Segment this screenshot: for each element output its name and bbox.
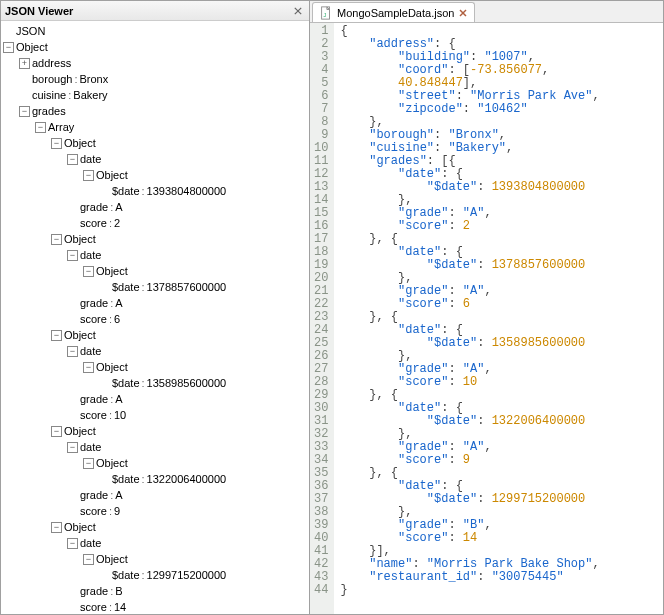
- collapse-icon[interactable]: −: [35, 122, 46, 133]
- toggle-spacer: [67, 602, 78, 613]
- tree-node[interactable]: −Object: [51, 231, 309, 247]
- tree-node-label: date: [80, 151, 101, 167]
- tree-node[interactable]: score:6: [67, 311, 309, 327]
- collapse-icon[interactable]: −: [67, 154, 78, 165]
- code-content[interactable]: { "address": { "building": "1007", "coor…: [334, 23, 599, 614]
- tree-node[interactable]: score:14: [67, 599, 309, 614]
- collapse-icon[interactable]: −: [67, 442, 78, 453]
- tree-node[interactable]: +address: [19, 55, 309, 71]
- tree-node[interactable]: grade:A: [67, 391, 309, 407]
- code-line[interactable]: "restaurant_id": "30075445": [340, 571, 599, 584]
- tree-node-label: Object: [96, 455, 128, 471]
- editor-tab[interactable]: J MongoSampleData.json: [312, 2, 475, 22]
- tree-node[interactable]: −Object: [51, 135, 309, 151]
- file-json-icon: J: [319, 6, 333, 20]
- collapse-icon[interactable]: −: [51, 234, 62, 245]
- tree-node[interactable]: score:9: [67, 503, 309, 519]
- tree-node[interactable]: −date: [67, 535, 309, 551]
- tree-node[interactable]: −Object: [83, 551, 309, 567]
- tree-node[interactable]: grade:A: [67, 295, 309, 311]
- tree-node[interactable]: cuisine:Bakery: [19, 87, 309, 103]
- tree-node[interactable]: −Object: [51, 327, 309, 343]
- tree-node[interactable]: $date:1299715200000: [99, 567, 309, 583]
- collapse-icon[interactable]: −: [51, 426, 62, 437]
- collapse-icon[interactable]: −: [67, 250, 78, 261]
- json-tree[interactable]: JSON−Object+addressborough:Bronxcuisine:…: [1, 21, 309, 614]
- tree-node-label: grade:A: [80, 199, 123, 215]
- collapse-icon[interactable]: −: [83, 266, 94, 277]
- toggle-spacer: [99, 378, 110, 389]
- collapse-icon[interactable]: −: [67, 346, 78, 357]
- toggle-spacer: [67, 314, 78, 325]
- collapse-icon[interactable]: −: [67, 538, 78, 549]
- tree-node-label: Object: [16, 39, 48, 55]
- collapse-icon[interactable]: −: [83, 362, 94, 373]
- code-editor[interactable]: 1234567891011121314151617181920212223242…: [310, 23, 663, 614]
- collapse-icon[interactable]: −: [83, 458, 94, 469]
- collapse-icon[interactable]: −: [83, 554, 94, 565]
- toggle-spacer: [67, 586, 78, 597]
- toggle-spacer: [19, 74, 30, 85]
- tree-node-label: Object: [96, 551, 128, 567]
- tree-node[interactable]: −Object: [83, 359, 309, 375]
- tree-node[interactable]: −date: [67, 439, 309, 455]
- tree-node-label: $date:1322006400000: [112, 471, 226, 487]
- tree-node[interactable]: grade:B: [67, 583, 309, 599]
- tab-label: MongoSampleData.json: [337, 7, 454, 19]
- tree-node[interactable]: −Object: [51, 423, 309, 439]
- collapse-icon[interactable]: −: [3, 42, 14, 53]
- tree-node[interactable]: $date:1393804800000: [99, 183, 309, 199]
- tree-node[interactable]: −date: [67, 247, 309, 263]
- tree-node-label: Object: [64, 423, 96, 439]
- collapse-icon[interactable]: −: [51, 330, 62, 341]
- tree-node[interactable]: $date:1322006400000: [99, 471, 309, 487]
- tree-node-label: grade:A: [80, 487, 123, 503]
- tree-node-label: cuisine:Bakery: [32, 87, 108, 103]
- tree-node[interactable]: −Object: [51, 519, 309, 535]
- tree-node[interactable]: score:2: [67, 215, 309, 231]
- collapse-icon[interactable]: −: [51, 522, 62, 533]
- svg-text:J: J: [323, 12, 326, 18]
- json-viewer-header: JSON Viewer: [1, 1, 309, 21]
- tree-node-label: date: [80, 343, 101, 359]
- tree-node[interactable]: −grades: [19, 103, 309, 119]
- toggle-spacer: [99, 282, 110, 293]
- tree-node[interactable]: borough:Bronx: [19, 71, 309, 87]
- tree-node[interactable]: −date: [67, 343, 309, 359]
- tree-node-label: score:2: [80, 215, 120, 231]
- collapse-icon[interactable]: −: [51, 138, 62, 149]
- tree-node[interactable]: −Object: [3, 39, 309, 55]
- panel-close-button[interactable]: [291, 4, 305, 18]
- tree-node[interactable]: grade:A: [67, 487, 309, 503]
- tree-node[interactable]: −Array: [35, 119, 309, 135]
- line-number: 44: [314, 584, 328, 597]
- tree-node[interactable]: −Object: [83, 263, 309, 279]
- tree-node-label: grades: [32, 103, 66, 119]
- tree-node-label: date: [80, 247, 101, 263]
- tree-node-label: $date:1393804800000: [112, 183, 226, 199]
- toggle-spacer: [99, 474, 110, 485]
- tree-node[interactable]: $date:1378857600000: [99, 279, 309, 295]
- tab-close-icon[interactable]: [458, 8, 468, 18]
- toggle-spacer: [67, 298, 78, 309]
- tree-node-label: grade:B: [80, 583, 123, 599]
- tree-node[interactable]: −Object: [83, 167, 309, 183]
- tree-node[interactable]: score:10: [67, 407, 309, 423]
- tree-node[interactable]: JSON: [3, 23, 309, 39]
- tree-node[interactable]: $date:1358985600000: [99, 375, 309, 391]
- tree-node-label: Object: [64, 135, 96, 151]
- tree-node-label: Object: [96, 167, 128, 183]
- tree-node-label: grade:A: [80, 295, 123, 311]
- collapse-icon[interactable]: −: [19, 106, 30, 117]
- toggle-spacer: [67, 394, 78, 405]
- tree-node[interactable]: −Object: [83, 455, 309, 471]
- tree-node[interactable]: −date: [67, 151, 309, 167]
- code-line[interactable]: }: [340, 584, 599, 597]
- tree-node-label: Object: [64, 519, 96, 535]
- line-gutter: 1234567891011121314151617181920212223242…: [310, 23, 334, 614]
- toggle-spacer: [67, 490, 78, 501]
- collapse-icon[interactable]: −: [83, 170, 94, 181]
- json-viewer-panel: JSON Viewer JSON−Object+addressborough:B…: [0, 0, 310, 615]
- expand-icon[interactable]: +: [19, 58, 30, 69]
- tree-node[interactable]: grade:A: [67, 199, 309, 215]
